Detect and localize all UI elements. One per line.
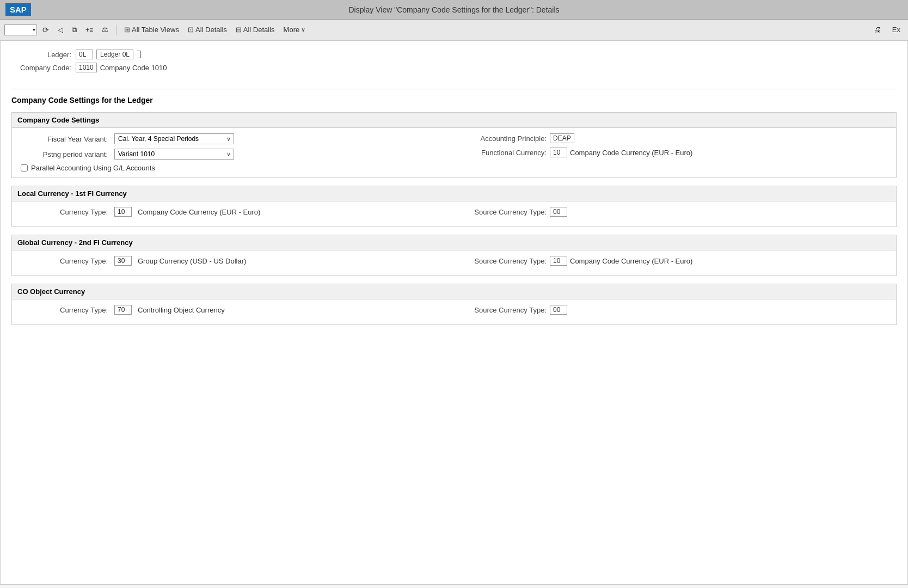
- local-currency-title: Local Currency - 1st FI Currency: [12, 186, 896, 201]
- fiscal-year-select[interactable]: Cal. Year, 4 Special Periods: [114, 133, 234, 144]
- all-details-expand-button[interactable]: ⊡ All Details: [185, 24, 230, 35]
- company-code-label: Company Code:: [11, 64, 71, 72]
- title-bar-text: Display View "Company Code Settings for …: [348, 5, 559, 14]
- ledger-name-box: Ledger 0L: [96, 50, 133, 59]
- co-currency-col-left: Currency Type: 70 Controlling Object Cur…: [21, 305, 449, 319]
- local-currency-col-right: Source Currency Type: 00: [459, 207, 887, 217]
- exit-label: Ex: [892, 26, 900, 34]
- settings-col-right: Accounting Principle: DEAP Functional Cu…: [459, 133, 887, 157]
- ledger-code-box: 0L: [76, 50, 93, 59]
- chevron-down-icon: ∨: [301, 26, 305, 33]
- co-currency-type-row: Currency Type: 70 Controlling Object Cur…: [21, 305, 449, 315]
- local-currency-type-code: 10: [114, 207, 132, 217]
- pstng-period-select[interactable]: Variant 1010: [114, 149, 234, 160]
- global-currency-type-row: Currency Type: 30 Group Currency (USD - …: [21, 256, 449, 266]
- co-currency-type-text: Controlling Object Currency: [138, 306, 225, 314]
- local-source-currency-label: Source Currency Type:: [459, 208, 547, 216]
- copy-button[interactable]: ⧉: [69, 24, 80, 36]
- balance-button[interactable]: ⚖: [99, 24, 112, 35]
- fiscal-year-label: Fiscal Year Variant:: [21, 135, 108, 143]
- separator-1: [116, 24, 116, 35]
- settings-two-col: Fiscal Year Variant: Cal. Year, 4 Specia…: [21, 133, 887, 172]
- refresh-button[interactable]: ⟳: [39, 24, 52, 36]
- exit-button[interactable]: Ex: [889, 24, 904, 35]
- history-dropdown[interactable]: [4, 24, 37, 35]
- header-fields: Ledger: 0L Ledger 0L Company Code: 1010 …: [11, 50, 897, 80]
- all-details-collapse-button[interactable]: ⊟ All Details: [232, 24, 278, 35]
- global-source-currency-row: Source Currency Type: 10 Company Code Cu…: [459, 256, 887, 266]
- settings-col-left: Fiscal Year Variant: Cal. Year, 4 Specia…: [21, 133, 449, 172]
- global-currency-col-right: Source Currency Type: 10 Company Code Cu…: [459, 256, 887, 266]
- company-code-settings-body: Fiscal Year Variant: Cal. Year, 4 Specia…: [12, 128, 896, 177]
- fiscal-year-row: Fiscal Year Variant: Cal. Year, 4 Specia…: [21, 133, 449, 144]
- more-label: More: [284, 26, 300, 34]
- co-object-currency-section: CO Object Currency Currency Type: 70 Con…: [11, 284, 897, 325]
- add-row-button[interactable]: +≡: [82, 24, 96, 35]
- ledger-row: Ledger: 0L Ledger 0L: [11, 50, 897, 59]
- local-currency-two-col: Currency Type: 10 Company Code Currency …: [21, 207, 887, 221]
- refresh-icon: ⟳: [42, 26, 49, 34]
- co-currency-type-label: Currency Type:: [21, 306, 108, 314]
- accounting-principle-value: DEAP: [550, 133, 574, 143]
- local-currency-col-left: Currency Type: 10 Company Code Currency …: [21, 207, 449, 221]
- local-source-currency-row: Source Currency Type: 00: [459, 207, 887, 217]
- back-icon: ◁: [58, 26, 63, 34]
- table-views-icon: ⊞: [124, 26, 130, 34]
- co-source-currency-code: 00: [550, 305, 567, 315]
- global-currency-body: Currency Type: 30 Group Currency (USD - …: [12, 250, 896, 275]
- print-button[interactable]: 🖨: [870, 23, 885, 36]
- all-table-views-button[interactable]: ⊞ All Table Views: [121, 24, 182, 35]
- toolbar: ⟳ ◁ ⧉ +≡ ⚖ ⊞ All Table Views ⊡ All Detai…: [0, 20, 908, 40]
- local-currency-type-row: Currency Type: 10 Company Code Currency …: [21, 207, 449, 217]
- pstng-period-label: Pstng period variant:: [21, 150, 108, 158]
- bracket-top: [137, 51, 141, 54]
- all-table-views-label: All Table Views: [132, 26, 179, 34]
- co-currency-type-code: 70: [114, 305, 132, 315]
- local-currency-section: Local Currency - 1st FI Currency Currenc…: [11, 186, 897, 227]
- pstng-period-select-wrapper[interactable]: Variant 1010: [114, 149, 234, 160]
- expand-icon: ⊡: [188, 26, 194, 34]
- co-currency-col-right: Source Currency Type: 00: [459, 305, 887, 315]
- co-object-currency-title: CO Object Currency: [12, 284, 896, 299]
- balance-icon: ⚖: [102, 26, 108, 34]
- parallel-accounting-checkbox[interactable]: [21, 164, 28, 171]
- global-source-currency-code: 10: [550, 256, 567, 266]
- main-content: Ledger: 0L Ledger 0L Company Code: 1010 …: [0, 40, 908, 585]
- accounting-principle-row: Accounting Principle: DEAP: [459, 133, 887, 143]
- print-icon: 🖨: [873, 25, 881, 34]
- global-currency-two-col: Currency Type: 30 Group Currency (USD - …: [21, 256, 887, 270]
- back-button[interactable]: ◁: [54, 24, 66, 35]
- functional-currency-row: Functional Currency: 10 Company Code Cur…: [459, 148, 887, 157]
- pstng-period-row: Pstng period variant: Variant 1010: [21, 149, 449, 160]
- local-currency-body: Currency Type: 10 Company Code Currency …: [12, 201, 896, 226]
- global-source-currency-label: Source Currency Type:: [459, 257, 547, 265]
- company-code-name: Company Code 1010: [100, 64, 167, 72]
- accounting-principle-label: Accounting Principle:: [459, 134, 547, 143]
- ledger-label: Ledger:: [11, 51, 71, 59]
- main-section-title: Company Code Settings for the Ledger: [11, 96, 897, 107]
- global-source-currency-text: Company Code Currency (EUR - Euro): [570, 257, 692, 265]
- functional-currency-text: Company Code Currency (EUR - Euro): [570, 149, 692, 157]
- global-currency-title: Global Currency - 2nd FI Currency: [12, 235, 896, 250]
- toolbar-right: 🖨 Ex: [870, 23, 904, 36]
- company-code-box: 1010: [76, 63, 97, 72]
- global-currency-type-code: 30: [114, 256, 132, 266]
- sap-logo: SAP: [5, 3, 31, 16]
- more-button[interactable]: More ∨: [280, 24, 309, 35]
- fiscal-year-select-wrapper[interactable]: Cal. Year, 4 Special Periods: [114, 133, 234, 144]
- history-dropdown-wrapper[interactable]: [4, 24, 37, 35]
- global-currency-section: Global Currency - 2nd FI Currency Curren…: [11, 235, 897, 276]
- parallel-accounting-label: Parallel Accounting Using G/L Accounts: [31, 164, 155, 172]
- local-source-currency-code: 00: [550, 207, 567, 217]
- co-currency-two-col: Currency Type: 70 Controlling Object Cur…: [21, 305, 887, 319]
- global-currency-type-label: Currency Type:: [21, 257, 108, 265]
- all-details-collapse-label: All Details: [243, 26, 275, 34]
- co-source-currency-label: Source Currency Type:: [459, 306, 547, 314]
- global-currency-type-text: Group Currency (USD - US Dollar): [138, 257, 246, 265]
- company-code-settings-section: Company Code Settings Fiscal Year Varian…: [11, 112, 897, 178]
- co-source-currency-row: Source Currency Type: 00: [459, 305, 887, 315]
- global-currency-col-left: Currency Type: 30 Group Currency (USD - …: [21, 256, 449, 270]
- company-code-settings-title: Company Code Settings: [12, 113, 896, 128]
- all-details-expand-label: All Details: [195, 26, 227, 34]
- local-currency-type-label: Currency Type:: [21, 208, 108, 216]
